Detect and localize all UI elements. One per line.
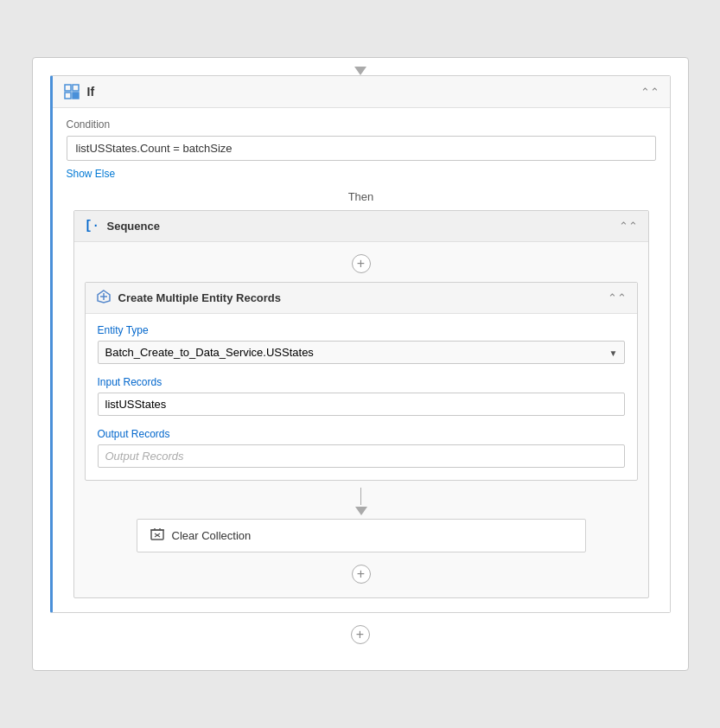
create-entity-block: Create Multiple Entity Records ⌃⌃ Entity… <box>85 282 638 481</box>
clear-collection-block[interactable]: Clear Collection <box>137 519 586 552</box>
sequence-icon: [·] <box>85 217 100 235</box>
sequence-body: + <box>74 242 648 597</box>
mid-arrow-icon <box>355 507 367 515</box>
svg-text:[·]: [·] <box>85 219 100 233</box>
top-connector <box>33 58 688 75</box>
svg-rect-2 <box>65 93 71 99</box>
outer-bottom-connector: + <box>33 613 688 653</box>
svg-rect-0 <box>65 85 71 91</box>
output-records-group: Output Records <box>98 428 625 468</box>
entity-type-label: Entity Type <box>98 324 625 336</box>
then-label: Then <box>67 190 656 203</box>
add-outer-step-button[interactable]: + <box>351 625 370 644</box>
entity-type-group: Entity Type Batch_Create_to_Data_Service… <box>98 324 625 364</box>
add-step-top-button[interactable]: + <box>352 254 371 273</box>
if-block: If ⌃⌃ Condition Show Else Then [·] <box>50 75 671 613</box>
condition-label: Condition <box>67 118 656 131</box>
svg-rect-3 <box>73 93 79 99</box>
create-entity-body: Entity Type Batch_Create_to_Data_Service… <box>86 314 637 480</box>
sequence-title-text: Sequence <box>107 220 160 233</box>
input-records-group: Input Records <box>98 376 625 416</box>
entity-type-select[interactable]: Batch_Create_to_Data_Service.USStates <box>98 341 625 364</box>
if-body: Condition Show Else Then [·] Sequen <box>53 108 670 612</box>
entity-type-select-wrapper: Batch_Create_to_Data_Service.USStates ▼ <box>98 341 625 364</box>
create-entity-header: Create Multiple Entity Records ⌃⌃ <box>86 283 637 314</box>
create-entity-collapse-button[interactable]: ⌃⌃ <box>608 292 627 303</box>
clear-collection-label: Clear Collection <box>172 529 252 542</box>
create-entity-title-text: Create Multiple Entity Records <box>118 291 282 304</box>
top-arrow-icon <box>354 67 366 75</box>
if-title-text: If <box>87 85 95 99</box>
main-canvas: If ⌃⌃ Condition Show Else Then [·] <box>0 0 720 728</box>
outer-container: If ⌃⌃ Condition Show Else Then [·] <box>32 57 689 671</box>
if-header: If ⌃⌃ <box>53 76 670 108</box>
sequence-collapse-button[interactable]: ⌃⌃ <box>619 220 638 232</box>
create-entity-icon <box>96 289 112 307</box>
svg-rect-1 <box>73 85 79 91</box>
output-records-input[interactable] <box>98 444 625 468</box>
sequence-title: [·] Sequence <box>85 217 160 235</box>
add-step-bottom-button[interactable]: + <box>352 565 371 584</box>
sequence-header: [·] Sequence ⌃⌃ <box>74 211 648 242</box>
clear-collection-icon <box>150 527 165 545</box>
input-records-input[interactable] <box>98 393 625 416</box>
show-else-link[interactable]: Show Else <box>67 168 116 180</box>
if-collapse-button[interactable]: ⌃⌃ <box>640 86 659 98</box>
if-icon <box>63 83 80 100</box>
condition-input[interactable] <box>67 136 656 161</box>
create-entity-title: Create Multiple Entity Records <box>96 289 282 307</box>
connector-line <box>360 488 362 505</box>
output-records-label: Output Records <box>98 428 625 440</box>
sequence-block: [·] Sequence ⌃⌃ + <box>73 210 649 598</box>
if-title: If <box>63 83 95 100</box>
input-records-label: Input Records <box>98 376 625 388</box>
mid-connector <box>85 484 638 519</box>
